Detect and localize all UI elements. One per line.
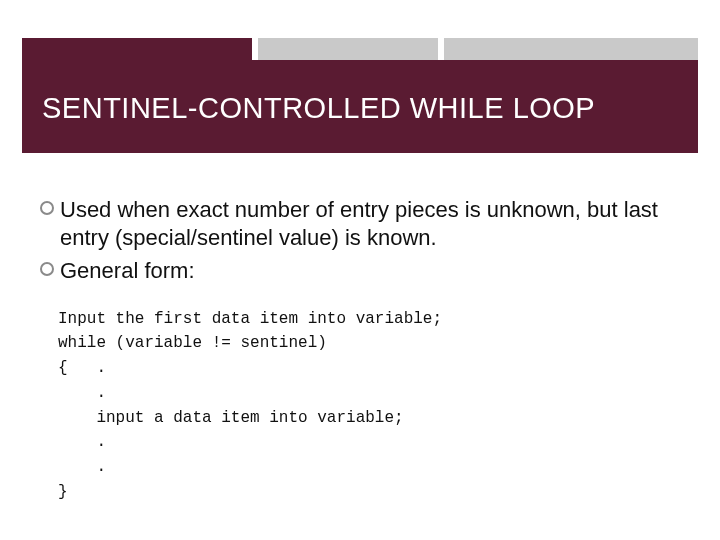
bullet-item: Used when exact number of entry pieces i… bbox=[40, 196, 680, 251]
top-accent-bar bbox=[22, 38, 698, 60]
slide-title: SENTINEL-CONTROLLED WHILE LOOP bbox=[42, 92, 678, 125]
code-line: . bbox=[58, 430, 680, 455]
title-block: SENTINEL-CONTROLLED WHILE LOOP bbox=[22, 60, 698, 153]
accent-segment-gray bbox=[444, 38, 698, 60]
code-line: input a data item into variable; bbox=[58, 406, 680, 431]
code-block: Input the first data item into variable;… bbox=[58, 307, 680, 505]
code-line: . bbox=[58, 455, 680, 480]
bullet-text: Used when exact number of entry pieces i… bbox=[60, 196, 680, 251]
code-line: . bbox=[58, 381, 680, 406]
accent-segment-dark bbox=[22, 38, 252, 60]
circle-bullet-icon bbox=[40, 201, 54, 215]
code-line: { . bbox=[58, 356, 680, 381]
circle-bullet-icon bbox=[40, 262, 54, 276]
accent-segment-gray bbox=[258, 38, 438, 60]
bullet-item: General form: bbox=[40, 257, 680, 285]
code-line: while (variable != sentinel) bbox=[58, 331, 680, 356]
code-line: } bbox=[58, 480, 680, 505]
bullet-text: General form: bbox=[60, 257, 195, 285]
slide-body: Used when exact number of entry pieces i… bbox=[40, 196, 680, 505]
code-line: Input the first data item into variable; bbox=[58, 307, 680, 332]
slide: SENTINEL-CONTROLLED WHILE LOOP Used when… bbox=[0, 0, 720, 540]
